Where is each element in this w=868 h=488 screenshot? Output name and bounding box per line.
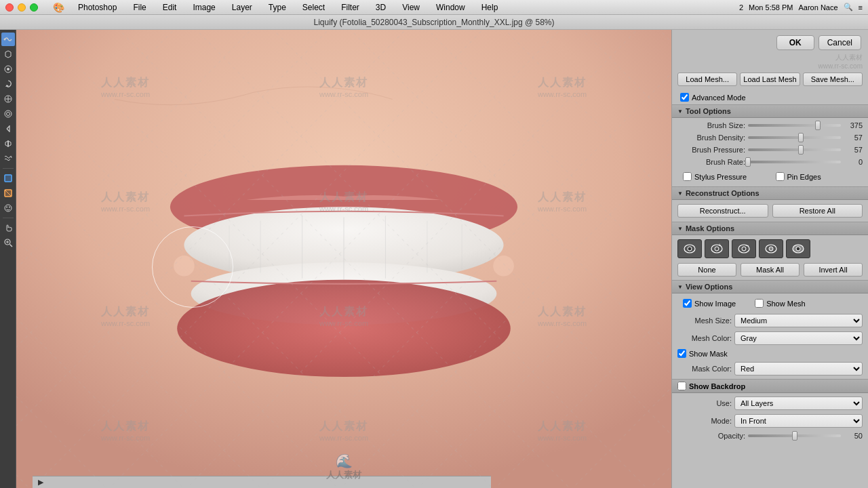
backdrop-mode-select[interactable]: In Front Behind Blend xyxy=(734,414,863,428)
section-triangle-3: ▼ xyxy=(677,226,683,232)
load-last-mesh-button[interactable]: Load Last Mesh xyxy=(740,73,800,86)
menu-layer[interactable]: Layer xyxy=(229,1,255,14)
brush-size-slider[interactable] xyxy=(748,124,841,127)
menu-photoshop[interactable]: Photoshop xyxy=(75,1,119,14)
backdrop-opacity-value: 50 xyxy=(844,432,863,440)
thaw-mask-tool[interactable] xyxy=(1,186,15,200)
app-icon: 🎨 xyxy=(53,2,64,13)
canvas-area[interactable]: 人人素材 www.rr-sc.com 人人素材 www.rr-sc.com 人人… xyxy=(16,30,671,488)
advanced-mode-checkbox[interactable] xyxy=(680,93,689,102)
backdrop-opacity-label: Opacity: xyxy=(677,432,745,440)
turbulence-tool[interactable] xyxy=(1,152,15,165)
brush-size-thumb[interactable] xyxy=(815,121,821,130)
mask-invert-button[interactable] xyxy=(786,239,810,258)
show-mask-label: Show Mask xyxy=(689,350,728,358)
svg-point-46 xyxy=(769,247,773,251)
tool-options-content: Brush Size: 375 Brush Density: 57 Brush … xyxy=(672,118,868,186)
reconstruct-button[interactable]: Reconstruct... xyxy=(677,204,768,218)
menu-bar-right: 2 Mon 5:58 PM Aaron Nace 🔍 ≡ xyxy=(739,3,863,12)
show-mesh-checkbox[interactable] xyxy=(755,299,764,308)
invert-all-button[interactable]: Invert All xyxy=(804,263,863,277)
brush-density-slider[interactable] xyxy=(748,136,841,139)
pin-edges-label: Pin Edges xyxy=(787,173,821,181)
mask-all-button[interactable]: Mask All xyxy=(741,263,800,277)
show-mask-checkbox[interactable] xyxy=(677,349,686,358)
backdrop-opacity-row: Opacity: 50 xyxy=(672,430,868,442)
brush-density-thumb[interactable] xyxy=(798,133,804,142)
left-toolbar xyxy=(0,30,16,488)
menu-edit[interactable]: Edit xyxy=(160,1,180,14)
panel-wm-cn: 人人素材 xyxy=(677,53,863,62)
window-title: Liquify (Fotolia_50280043_Subscription_M… xyxy=(313,18,554,27)
mask-intersect-button[interactable] xyxy=(759,239,783,258)
view-options-title: View Options xyxy=(686,283,732,291)
search-icon[interactable]: 🔍 xyxy=(844,3,853,12)
save-mesh-button[interactable]: Save Mesh... xyxy=(803,73,863,86)
menu-filter[interactable]: Filter xyxy=(338,1,362,14)
show-image-checkbox[interactable] xyxy=(683,299,692,308)
cancel-button[interactable]: Cancel xyxy=(818,35,861,50)
restore-all-button[interactable]: Restore All xyxy=(772,204,863,218)
backdrop-options-content: Use: All Layers Mode: In Front Behind Bl… xyxy=(672,393,868,443)
more-icon[interactable]: ≡ xyxy=(859,3,863,12)
show-backdrop-label: Show Backdrop xyxy=(689,382,745,390)
bloat-tool[interactable] xyxy=(1,107,15,121)
backdrop-mode-row: Mode: In Front Behind Blend xyxy=(672,412,868,430)
menu-view[interactable]: View xyxy=(399,1,422,14)
mask-none-button[interactable]: None xyxy=(677,263,736,277)
stylus-pressure-checkbox[interactable] xyxy=(683,172,692,181)
backdrop-use-select[interactable]: All Layers xyxy=(734,396,863,410)
tool-divider-2 xyxy=(3,218,14,218)
mesh-size-dropdown-wrapper: Small Medium Large xyxy=(734,314,863,327)
mirror-tool[interactable] xyxy=(1,137,15,150)
forward-warp-tool[interactable] xyxy=(1,33,15,46)
mask-add-button[interactable]: + xyxy=(705,239,729,258)
brush-size-row: Brush Size: 375 xyxy=(672,119,868,131)
hand-tool[interactable] xyxy=(1,221,15,235)
svg-point-7 xyxy=(5,110,12,117)
load-mesh-button[interactable]: Load Mesh... xyxy=(677,73,737,86)
canvas-photo xyxy=(16,30,671,488)
mask-color-select[interactable]: Red Green Blue White Black xyxy=(734,362,863,375)
menu-image[interactable]: Image xyxy=(190,1,218,14)
pin-edges-checkbox[interactable] xyxy=(776,172,785,181)
main-layout: 人人素材 www.rr-sc.com 人人素材 www.rr-sc.com 人人… xyxy=(0,30,868,488)
brush-pressure-slider[interactable] xyxy=(748,148,841,151)
menu-help[interactable]: Help xyxy=(479,1,501,14)
smooth-tool[interactable] xyxy=(1,62,15,76)
push-left-tool[interactable] xyxy=(1,122,15,136)
menu-type[interactable]: Type xyxy=(266,1,289,14)
show-mesh-label: Show Mesh xyxy=(766,300,805,308)
menu-window[interactable]: Window xyxy=(433,1,468,14)
mesh-color-select[interactable]: Gray Black White Red xyxy=(734,331,863,345)
freeze-mask-tool[interactable] xyxy=(1,171,15,185)
reconstruct-tool[interactable] xyxy=(1,47,15,61)
status-text: ▶ xyxy=(38,478,43,487)
close-button[interactable] xyxy=(5,3,14,12)
maximize-button[interactable] xyxy=(30,3,38,12)
menu-select[interactable]: Select xyxy=(300,1,328,14)
brush-rate-thumb[interactable] xyxy=(745,157,751,167)
menu-file[interactable]: File xyxy=(130,1,149,14)
mask-subtract-button[interactable]: − xyxy=(732,239,756,258)
brush-rate-slider[interactable] xyxy=(748,161,841,163)
show-backdrop-checkbox[interactable] xyxy=(677,382,686,390)
zoom-tool[interactable] xyxy=(1,236,15,249)
mask-color-label: Mask Color: xyxy=(677,365,732,373)
backdrop-use-dropdown-wrapper: All Layers xyxy=(734,396,863,410)
backdrop-opacity-slider[interactable] xyxy=(748,434,841,437)
mesh-size-select[interactable]: Small Medium Large xyxy=(734,314,863,327)
minimize-button[interactable] xyxy=(18,3,26,12)
twirl-clockwise-tool[interactable] xyxy=(1,77,15,91)
mesh-size-label: Mesh Size: xyxy=(677,317,732,325)
menu-user: Aaron Nace xyxy=(798,3,837,12)
backdrop-opacity-thumb[interactable] xyxy=(792,431,797,441)
backdrop-use-row: Use: All Layers xyxy=(672,394,868,412)
show-mask-check-row: Show Mask xyxy=(672,347,868,360)
mask-replace-button[interactable] xyxy=(677,239,702,258)
face-aware-tool[interactable] xyxy=(1,201,15,215)
menu-3d[interactable]: 3D xyxy=(373,1,389,14)
pucker-tool[interactable] xyxy=(1,92,15,106)
ok-button[interactable]: OK xyxy=(776,35,814,50)
brush-pressure-thumb[interactable] xyxy=(798,145,804,155)
